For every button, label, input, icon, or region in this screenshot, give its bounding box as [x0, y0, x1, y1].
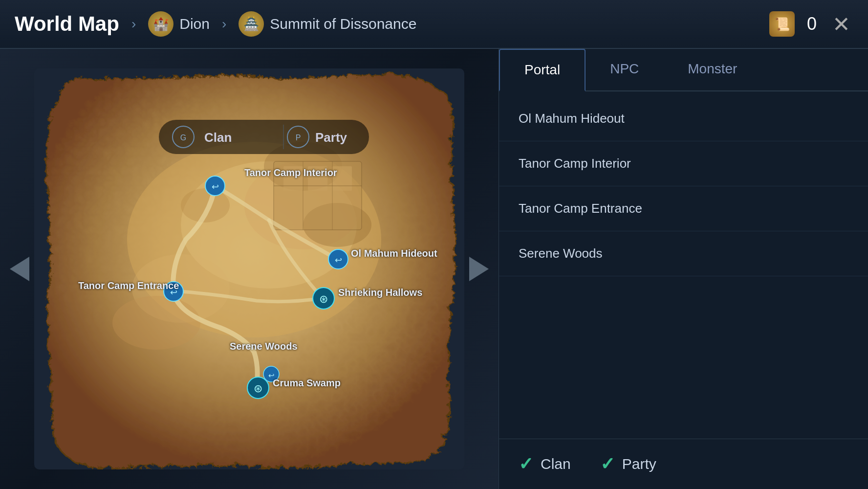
- left-arrow-icon: [10, 257, 29, 281]
- svg-text:Tanor Camp Interior: Tanor Camp Interior: [244, 167, 337, 178]
- scroll-count: 0: [804, 14, 819, 34]
- tab-npc[interactable]: NPC: [586, 49, 663, 91]
- page-title: World Map: [15, 12, 119, 36]
- svg-text:↩: ↩: [212, 182, 219, 192]
- portal-list: Ol Mahum Hideout Tanor Camp Interior Tan…: [499, 91, 868, 439]
- close-button[interactable]: ✕: [829, 12, 853, 36]
- checkbox-clan[interactable]: ✓ Clan: [519, 454, 571, 474]
- breadcrumb-dion[interactable]: 🏰 Dion: [148, 11, 210, 37]
- svg-text:⊛: ⊛: [319, 293, 328, 305]
- map-svg: G P Clan Party ↩ Tanor Camp Interior ↩ O: [34, 68, 464, 469]
- main-content: G P Clan Party ↩ Tanor Camp Interior ↩ O: [0, 49, 868, 489]
- right-arrow-icon: [469, 257, 489, 281]
- breadcrumb-arrow-1: ›: [131, 16, 136, 32]
- svg-text:Party: Party: [315, 130, 347, 145]
- party-checkbox-label: Party: [622, 456, 656, 472]
- checkbox-party[interactable]: ✓ Party: [600, 454, 656, 474]
- map-container: G P Clan Party ↩ Tanor Camp Interior ↩ O: [34, 68, 464, 469]
- portal-list-item[interactable]: Ol Mahum Hideout: [499, 96, 868, 141]
- right-panel: Portal NPC Monster Ol Mahum Hideout Tano…: [499, 49, 868, 489]
- breadcrumb-summit-label: Summit of Dissonance: [270, 16, 416, 32]
- header: World Map › 🏰 Dion › 🏯 Summit of Dissona…: [0, 0, 868, 49]
- svg-text:Serene Woods: Serene Woods: [230, 341, 298, 352]
- svg-text:G: G: [180, 133, 186, 142]
- map-nav-left[interactable]: [5, 254, 34, 284]
- tab-bar: Portal NPC Monster: [499, 49, 868, 91]
- map-nav-right[interactable]: [464, 254, 494, 284]
- portal-list-item[interactable]: Tanor Camp Entrance: [499, 186, 868, 231]
- breadcrumb-summit[interactable]: 🏯 Summit of Dissonance: [239, 11, 416, 37]
- svg-text:Tanor Camp Entrance: Tanor Camp Entrance: [78, 280, 179, 291]
- svg-text:Ol Mahum Hideout: Ol Mahum Hideout: [351, 248, 437, 259]
- svg-text:Shrieking Hallows: Shrieking Hallows: [338, 287, 422, 298]
- svg-point-8: [112, 296, 200, 350]
- clan-check-icon: ✓: [519, 454, 533, 474]
- clan-checkbox-label: Clan: [541, 456, 571, 472]
- svg-text:↩: ↩: [335, 255, 342, 265]
- portal-list-item[interactable]: Tanor Camp Interior: [499, 141, 868, 186]
- svg-text:Cruma Swamp: Cruma Swamp: [273, 378, 341, 388]
- bottom-bar: ✓ Clan ✓ Party: [499, 439, 868, 489]
- svg-text:⊛: ⊛: [254, 382, 262, 395]
- breadcrumb-arrow-2: ›: [222, 16, 226, 32]
- scroll-icon: 📜: [769, 11, 795, 37]
- dion-castle-icon: 🏰: [148, 11, 174, 37]
- breadcrumb-dion-label: Dion: [179, 16, 210, 32]
- party-check-icon: ✓: [600, 454, 615, 474]
- header-right: 📜 0 ✕: [769, 11, 853, 37]
- summit-castle-icon: 🏯: [239, 11, 264, 37]
- svg-text:Clan: Clan: [204, 130, 232, 145]
- tab-monster[interactable]: Monster: [663, 49, 761, 91]
- svg-text:P: P: [296, 133, 301, 142]
- map-section: G P Clan Party ↩ Tanor Camp Interior ↩ O: [0, 49, 499, 489]
- portal-list-item[interactable]: Serene Woods: [499, 231, 868, 276]
- tab-portal[interactable]: Portal: [499, 49, 586, 91]
